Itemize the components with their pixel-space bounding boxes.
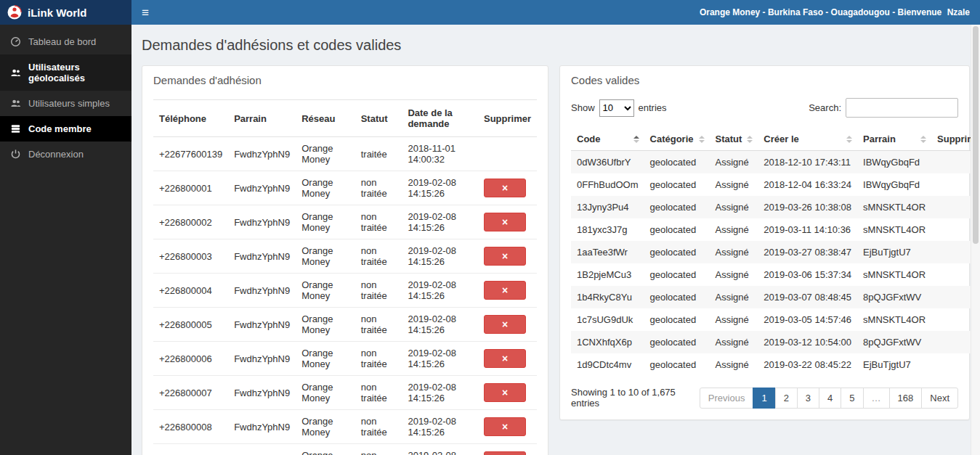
cell-date: 2019-02-08 14:15:26 bbox=[402, 274, 478, 308]
pagination-page-button[interactable]: 2 bbox=[775, 388, 798, 409]
scrollbar-track[interactable] bbox=[971, 25, 980, 455]
sortable-column-header[interactable]: Parrain bbox=[857, 128, 931, 151]
page-length-select[interactable]: 10 bbox=[599, 99, 634, 117]
cell-reseau: Orange Money bbox=[296, 308, 355, 342]
cell-parrain: sMNSKTL4OR bbox=[857, 308, 931, 331]
pagination-page-button[interactable]: 1 bbox=[753, 388, 775, 409]
cell-cree-le: 2018-12-10 17:43:11 bbox=[758, 151, 857, 174]
table-row: 0FFhBudOOmgeolocatedAssigné2018-12-04 16… bbox=[571, 173, 980, 196]
cell-statut: non traitée bbox=[355, 376, 402, 410]
codes-panel-title: Codes valides bbox=[560, 66, 969, 92]
user-name-link[interactable]: Nzale bbox=[947, 7, 970, 17]
column-header-label: Catégorie bbox=[650, 134, 694, 144]
table-info: Showing 1 to 10 of 1,675 entries bbox=[571, 387, 700, 409]
length-label-before: Show bbox=[571, 102, 595, 113]
delete-button[interactable]: × bbox=[484, 281, 526, 300]
cell-parrain: FwdhzYphN9 bbox=[228, 376, 296, 410]
menu-toggle-icon[interactable]: ≡ bbox=[142, 7, 149, 19]
column-header: Date de la demande bbox=[402, 100, 478, 137]
cell-telephone: +22677600139 bbox=[153, 137, 228, 171]
adhesion-panel-title: Demandes d'adhésion bbox=[142, 66, 548, 92]
delete-button[interactable]: × bbox=[484, 451, 526, 455]
cell-cree-le: 2019-03-07 08:48:45 bbox=[758, 286, 857, 308]
dashboard-icon bbox=[10, 36, 21, 47]
cell-parrain: FwdhzYphN9 bbox=[228, 205, 296, 239]
delete-button[interactable]: × bbox=[484, 179, 526, 197]
cell-date: 2019-02-08 14:15:26 bbox=[402, 376, 478, 410]
cell-code: 1b4RkyC8Yu bbox=[571, 286, 644, 308]
top-navbar: iLink World ≡ Orange Money - Burkina Fas… bbox=[0, 0, 980, 25]
pagination-previous-button[interactable]: Previous bbox=[700, 388, 754, 409]
cell-cree-le: 2019-03-27 08:38:47 bbox=[758, 241, 857, 263]
search-input[interactable] bbox=[846, 98, 958, 118]
cell-reseau: Orange Money bbox=[296, 137, 355, 171]
column-header-label: Créer le bbox=[764, 134, 798, 144]
cell-cree-le: 2019-03-06 15:37:34 bbox=[758, 263, 857, 286]
delete-button[interactable]: × bbox=[484, 213, 526, 231]
sortable-column-header[interactable]: Code bbox=[571, 128, 644, 151]
sidebar-item-label: Déconnexion bbox=[28, 149, 84, 160]
cell-statut: traitée bbox=[355, 137, 402, 171]
pagination-page-button[interactable]: 3 bbox=[797, 388, 819, 409]
cell-cree-le: 2019-03-26 10:38:08 bbox=[758, 196, 857, 218]
cell-parrain: FwdhzYphN9 bbox=[228, 137, 296, 171]
cell-reseau: Orange Money bbox=[296, 171, 355, 205]
pagination-ellipsis: … bbox=[863, 388, 890, 409]
cell-code: 181yxc3J7g bbox=[571, 218, 644, 241]
cell-cree-le: 2019-03-12 10:54:00 bbox=[758, 331, 857, 353]
cell-code: 0FFhBudOOm bbox=[571, 173, 644, 196]
delete-button[interactable]: × bbox=[484, 349, 526, 368]
pagination-next-button[interactable]: Next bbox=[921, 388, 958, 409]
cell-code: 13Jyny3Pu4 bbox=[571, 196, 644, 218]
cell-parrain: FwdhzYphN9 bbox=[228, 342, 296, 376]
cell-statut: Assigné bbox=[710, 173, 758, 196]
cell-statut: non traitée bbox=[355, 444, 402, 455]
delete-button[interactable]: × bbox=[484, 247, 526, 266]
cell-code: 1CNXhfqX6p bbox=[571, 331, 644, 353]
power-icon bbox=[10, 149, 21, 160]
codes-table: CodeCatégorieStatutCréer leParrainSuppri… bbox=[571, 128, 980, 376]
cell-supprimer: × bbox=[478, 171, 537, 205]
table-row: 1CNXhfqX6pgeolocatedAssigné2019-03-12 10… bbox=[571, 331, 980, 353]
cell-date: 2019-02-08 14:15:26 bbox=[402, 171, 478, 205]
cell-telephone: +226800001 bbox=[153, 171, 228, 205]
table-row: +226800003FwdhzYphN9Orange Moneynon trai… bbox=[153, 239, 537, 274]
sortable-column-header[interactable]: Statut bbox=[710, 128, 758, 151]
pagination-page-button[interactable]: 4 bbox=[819, 388, 841, 409]
pagination-page-button[interactable]: 5 bbox=[841, 388, 863, 409]
sidebar-item-utilisateurs-simples[interactable]: Utilisateurs simples bbox=[0, 91, 131, 116]
cell-parrain: sMNSKTL4OR bbox=[857, 196, 931, 218]
sidebar: Tableau de bord Utilisateurs géolocalisé… bbox=[0, 25, 131, 455]
cell-statut: non traitée bbox=[355, 205, 402, 239]
sortable-column-header[interactable]: Créer le bbox=[758, 128, 857, 151]
pagination-page-button[interactable]: 168 bbox=[889, 388, 923, 409]
cell-code: 1d9CDtc4mv bbox=[571, 353, 644, 376]
cell-telephone: +226800009 bbox=[153, 444, 228, 455]
codes-panel: Codes valides Show 10 entries Search: bbox=[559, 65, 970, 420]
sidebar-item-utilisateurs-geolocalises[interactable]: Utilisateurs géolocalisés bbox=[0, 54, 131, 91]
brand[interactable]: iLink World bbox=[0, 0, 131, 25]
cell-telephone: +226800005 bbox=[153, 308, 228, 342]
cell-reseau: Orange Money bbox=[296, 444, 355, 455]
cell-statut: Assigné bbox=[710, 196, 758, 218]
navbar-main: ≡ Orange Money - Burkina Faso - Ouagadou… bbox=[131, 0, 980, 25]
delete-button[interactable]: × bbox=[484, 315, 526, 334]
delete-button[interactable]: × bbox=[484, 383, 526, 402]
sidebar-item-code-membre[interactable]: Code membre bbox=[0, 116, 131, 142]
scrollbar-thumb[interactable] bbox=[973, 26, 979, 244]
cell-date: 2019-02-08 14:15:26 bbox=[402, 205, 478, 239]
cell-statut: non traitée bbox=[355, 410, 402, 444]
delete-button[interactable]: × bbox=[484, 417, 526, 436]
cell-date: 2019-02-08 14:15:26 bbox=[402, 410, 478, 444]
cell-telephone: +226800002 bbox=[153, 205, 228, 239]
sort-icon bbox=[846, 136, 852, 143]
sidebar-item-deconnexion[interactable]: Déconnexion bbox=[0, 142, 131, 167]
pagination: Previous12345…168Next bbox=[700, 388, 958, 409]
cell-statut: non traitée bbox=[355, 274, 402, 308]
users-icon bbox=[10, 67, 21, 78]
sidebar-item-tableau-de-bord[interactable]: Tableau de bord bbox=[0, 29, 131, 54]
cell-telephone: +226800003 bbox=[153, 239, 228, 274]
sortable-column-header[interactable]: Catégorie bbox=[644, 128, 710, 151]
table-footer: Showing 1 to 10 of 1,675 entries Previou… bbox=[571, 376, 958, 409]
cell-parrain: EjBuTjgtU7 bbox=[857, 353, 931, 376]
